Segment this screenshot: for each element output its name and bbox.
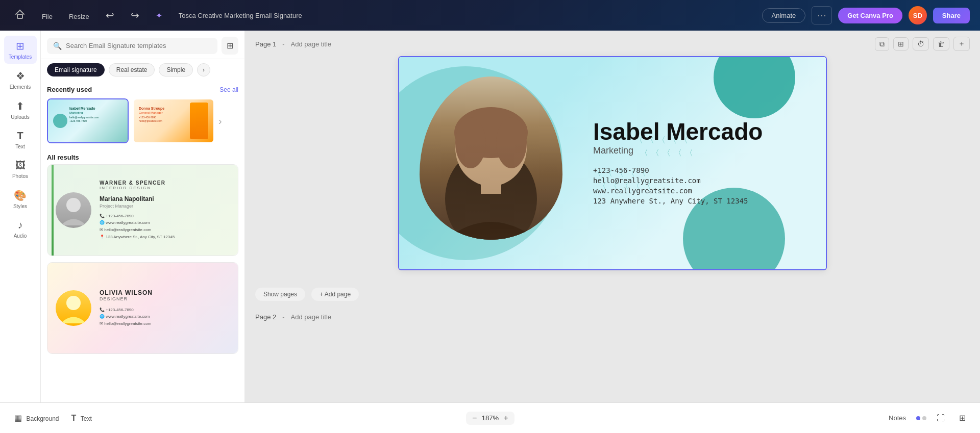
sidebar-item-text[interactable]: T Text [4, 126, 37, 154]
sidebar-item-elements[interactable]: ❖ Elements [4, 66, 37, 94]
bottom-right: Notes ⛶ ⊞ [885, 410, 970, 426]
page1-duplicate-btn[interactable]: ⧉ [875, 37, 889, 51]
zoom-control: − 187% + [466, 412, 514, 425]
page1-title-bar: Page 1 - ⧉ ⊞ ⏱ 🗑 ＋ [245, 31, 980, 57]
design-title: Tosca Creative Marketing Email Signature [179, 12, 302, 19]
card-interior-bg: WARNER & SPENCER INTERIOR DESIGN Mariana… [47, 165, 238, 256]
styles-icon: 🎨 [14, 189, 27, 201]
show-pages-button[interactable]: Show pages [255, 288, 305, 301]
sidebar-item-uploads[interactable]: ⬆ Uploads [4, 96, 37, 124]
page2-separator: - [282, 313, 284, 321]
page-dots [916, 416, 926, 420]
home-button[interactable] [10, 7, 30, 24]
templates-panel: 🔍 ⊞ Email signature Real estate Simple ›… [41, 31, 245, 433]
sidebar-item-photos[interactable]: 🖼 Photos [4, 156, 37, 183]
page-dot-1[interactable] [916, 416, 920, 420]
chevron-group-bottom: 〈 〈 〈 〈 〈 〈 〈 〈 〈 〈 [593, 168, 651, 192]
page2-title-input[interactable] [291, 313, 377, 321]
thumb-orange-bg: Donna Stroupe General Manager +123-456-7… [134, 99, 213, 142]
chip-real-estate[interactable]: Real estate [109, 63, 155, 77]
recent-template-1[interactable]: Isabel Mercado Marketing hello@reallygre… [47, 98, 129, 143]
audio-icon: ♪ [18, 219, 23, 231]
page1-title-input[interactable] [291, 40, 377, 48]
sidebar-item-audio[interactable]: ♪ Audio [4, 215, 37, 243]
photo-overlay [420, 142, 562, 240]
page-dot-2[interactable] [922, 416, 926, 420]
chip-more[interactable]: › [197, 63, 210, 77]
share-button[interactable]: Share [933, 8, 970, 23]
chevron-group-top: 〈 〈 〈 〈 〈 〈 〈 〈 〈 〈 [635, 135, 693, 159]
chip-simple[interactable]: Simple [159, 63, 193, 77]
search-icon: 🔍 [53, 42, 62, 50]
search-input[interactable] [66, 42, 211, 49]
resize-button[interactable]: Resize [65, 8, 93, 23]
notes-button-bottom[interactable]: Notes [885, 411, 910, 425]
search-bar-container: 🔍 ⊞ [41, 31, 244, 59]
card2-details: 📞 +123-456-7890 🌐 www.reallygreatsite.co… [100, 307, 230, 327]
card1-info: WARNER & SPENCER INTERIOR DESIGN Mariana… [100, 180, 230, 240]
redo-button[interactable]: ↪ [127, 7, 143, 23]
more-options-button[interactable]: ⋯ [812, 6, 832, 24]
card1-name: Mariana Napolitani [100, 195, 230, 202]
elements-icon: ❖ [16, 70, 25, 82]
background-icon-bottom: ▦ [14, 414, 22, 422]
recent-template-2[interactable]: Donna Stroupe General Manager +123-456-7… [133, 98, 214, 143]
background-tool-button[interactable]: ▦ Background [10, 410, 63, 426]
get-canva-pro-button[interactable]: Get Canva Pro [838, 8, 902, 23]
card1-company: WARNER & SPENCER [100, 180, 230, 186]
signature-role: Marketing [593, 145, 805, 156]
zoom-value: 187% [480, 414, 500, 422]
sidebar-item-styles[interactable]: 🎨 Styles [4, 185, 37, 213]
photos-label: Photos [12, 173, 28, 179]
page1-timer-btn[interactable]: ⏱ [913, 37, 929, 50]
bottom-toolbar: ▦ Background T Text − 187% + Notes ⛶ ⊞ [0, 402, 980, 433]
template-card-2[interactable]: OLIVIA WILSON Designer 📞 +123-456-7890 🌐… [47, 262, 238, 354]
text-label-bottom: Text [81, 415, 92, 422]
card2-name: OLIVIA WILSON [100, 289, 230, 296]
bottom-left: ▦ Background T Text [10, 410, 96, 426]
fullscreen-button[interactable]: ⛶ [933, 411, 949, 426]
svg-point-1 [66, 198, 81, 212]
portrait-container [420, 77, 573, 250]
elements-label: Elements [10, 84, 31, 90]
avatar[interactable]: SD [909, 6, 927, 24]
card2-info: OLIVIA WILSON Designer 📞 +123-456-7890 🌐… [100, 289, 230, 327]
page1-grid-btn[interactable]: ⊞ [893, 37, 909, 50]
signature-address: 123 Anywhere St., Any City, ST 12345 [593, 197, 805, 205]
page-nav-bar: Show pages + Add page [245, 282, 980, 307]
grid-view-button[interactable]: ⊞ [955, 410, 970, 426]
text-icon: T [17, 130, 23, 142]
page1-add-btn[interactable]: ＋ [953, 37, 970, 51]
file-button[interactable]: File [38, 8, 57, 23]
card1-avatar [56, 192, 91, 228]
bottom-center: − 187% + [466, 412, 514, 425]
canvas-card-page1[interactable]: 〈 〈 〈 〈 〈 〈 〈 〈 〈 〈 [399, 57, 826, 269]
zoom-out-btn[interactable]: − [472, 414, 477, 423]
recently-used-title: Recently used [47, 86, 92, 93]
info-section: 〈 〈 〈 〈 〈 〈 〈 〈 〈 〈 [593, 120, 805, 207]
chip-email-signature[interactable]: Email signature [47, 63, 105, 77]
thumb-teal-bg: Isabel Mercado Marketing hello@reallygre… [48, 99, 128, 142]
text-label: Text [15, 144, 24, 149]
sidebar-item-templates[interactable]: ⊞ Templates [4, 36, 37, 64]
card1-subtitle: INTERIOR DESIGN [100, 186, 230, 190]
animate-button[interactable]: Animate [762, 8, 806, 23]
magic-button[interactable]: ✦ [152, 9, 166, 22]
filter-button[interactable]: ⊞ [222, 37, 238, 55]
zoom-in-btn[interactable]: + [503, 414, 508, 423]
undo-button[interactable]: ↩ [102, 7, 118, 23]
canvas-area[interactable]: Page 1 - ⧉ ⊞ ⏱ 🗑 ＋ [245, 31, 980, 433]
text-tool-button[interactable]: T Text [67, 411, 96, 426]
canvas-card-inner: 〈 〈 〈 〈 〈 〈 〈 〈 〈 〈 [399, 57, 826, 269]
filter-chips: Email signature Real estate Simple › [41, 59, 244, 81]
card1-details: 📞 +123-456-7890 🌐 www.reallygreatsite.co… [100, 213, 230, 240]
recently-used-grid: Isabel Mercado Marketing hello@reallygre… [41, 96, 244, 149]
page1-delete-btn[interactable]: 🗑 [933, 37, 949, 50]
page1-separator: - [282, 40, 284, 48]
template-card-1[interactable]: WARNER & SPENCER INTERIOR DESIGN Mariana… [47, 164, 238, 256]
topbar: File Resize ↩ ↪ ✦ Tosca Creative Marketi… [0, 0, 980, 31]
scroll-right-indicator: › [218, 98, 222, 143]
add-page-button[interactable]: + Add page [311, 288, 359, 301]
see-all-link[interactable]: See all [219, 86, 238, 93]
page2-title-bar: Page 2 - [245, 307, 980, 327]
